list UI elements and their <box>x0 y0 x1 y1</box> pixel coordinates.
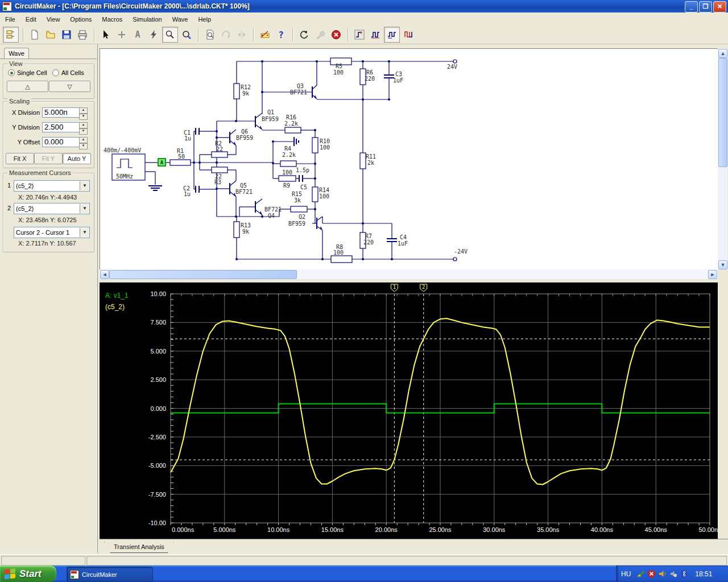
browse-parts-button[interactable] <box>3 27 19 43</box>
minimize-button[interactable]: _ <box>685 1 698 13</box>
magnifier-button[interactable] <box>179 27 194 42</box>
svg-text:2: 2 <box>422 284 425 290</box>
component-label: Q5 <box>240 182 247 189</box>
magnifier-icon <box>181 30 192 40</box>
x-division-spinner[interactable]: ▲▼ <box>79 107 88 120</box>
component-label: 9k <box>242 90 249 97</box>
radio-single-cell[interactable]: Single Cell <box>8 69 47 76</box>
radio-single-cell-icon[interactable] <box>8 69 15 76</box>
wrench-button[interactable] <box>313 27 328 42</box>
y-tick-label: 10.00 <box>150 290 166 297</box>
cursor2-select[interactable]: (c5_2) ▼ <box>14 203 90 214</box>
schematic-vertical-scrollbar[interactable]: ▲ ▼ <box>718 48 727 269</box>
edit-simulation-button[interactable] <box>258 27 272 42</box>
scroll-left-icon[interactable]: ◄ <box>100 270 109 279</box>
cursor-diff-select[interactable]: Cursor 2 - Cursor 1 ▼ <box>14 227 90 238</box>
component-label: R9 <box>283 182 290 189</box>
menu-options[interactable]: Options <box>65 14 97 24</box>
stop-icon <box>331 30 341 40</box>
new-button[interactable] <box>27 27 42 42</box>
close-button[interactable]: ✕ <box>713 1 726 13</box>
text-tool-button[interactable]: A <box>130 27 145 42</box>
svg-text:A: A <box>135 30 140 40</box>
menu-wave[interactable]: Wave <box>167 14 193 24</box>
muted-device-icon[interactable] <box>669 569 677 578</box>
save-button[interactable] <box>59 27 74 42</box>
schematic-canvas[interactable]: A400m/-400mV50MHzR150R22222R3C11uC21uR12… <box>100 48 718 270</box>
fit-x-button[interactable]: Fit X <box>6 153 34 164</box>
y-division-spinner[interactable]: ▲▼ <box>79 122 88 135</box>
scroll-down-icon[interactable]: ▼ <box>718 260 727 269</box>
wire-plus-button[interactable] <box>114 27 129 42</box>
probe-waveform-button[interactable] <box>352 27 367 42</box>
stop-button[interactable] <box>329 27 344 42</box>
chevron-down-icon[interactable]: ▼ <box>80 181 89 190</box>
rotate-button[interactable] <box>218 27 233 42</box>
toolbar-separator <box>292 28 293 41</box>
print-button[interactable] <box>75 27 90 42</box>
open-button[interactable] <box>43 27 58 42</box>
svg-text:A: A <box>160 160 164 165</box>
component-label: R10 <box>320 138 330 144</box>
zoom-probe-button[interactable] <box>162 27 178 43</box>
menu-view[interactable]: View <box>42 14 65 24</box>
graphics-tray-icon[interactable] <box>636 569 645 578</box>
volume-icon[interactable] <box>658 569 667 578</box>
mixed-wave-button[interactable] <box>401 27 416 42</box>
digital-wave-button[interactable] <box>368 27 383 42</box>
open-icon <box>46 30 56 40</box>
component-label: 220 <box>365 76 375 82</box>
print-preview-button[interactable] <box>202 27 217 42</box>
y-offset-spinner[interactable]: ▲▼ <box>79 137 88 149</box>
cursor2-index: 2 <box>7 205 11 211</box>
x-division-input[interactable] <box>42 107 80 118</box>
tab-wave[interactable]: Wave <box>4 48 29 59</box>
component-label: 220 <box>363 239 374 246</box>
fit-y-button[interactable]: Fit Y <box>34 153 63 164</box>
x-tick-label: 25.00ns <box>429 526 452 533</box>
tab-transient-analysis[interactable]: Transient Analysis <box>104 542 174 553</box>
menu-simulation[interactable]: Simulation <box>127 14 167 24</box>
auto-y-button[interactable]: Auto Y <box>63 153 91 164</box>
help-button[interactable]: ? <box>274 27 288 42</box>
y-offset-input[interactable] <box>42 137 80 147</box>
cell-up-button[interactable]: △ <box>7 81 48 92</box>
x-tick-label: 45.00ns <box>645 526 668 533</box>
menu-macros[interactable]: Macros <box>97 14 127 24</box>
start-button[interactable]: Start <box>0 566 56 582</box>
horizontal-scroll-thumb[interactable] <box>109 270 297 279</box>
security-alert-icon[interactable] <box>647 569 656 578</box>
taskbar-item-circuitmaker[interactable]: CircuitMaker <box>67 567 153 582</box>
menu-help[interactable]: Help <box>193 14 216 24</box>
radio-all-cells-icon[interactable] <box>52 69 59 76</box>
chevron-down-icon[interactable]: ▼ <box>80 228 89 237</box>
select-arrow-icon <box>101 30 111 40</box>
run-lightning-button[interactable] <box>146 27 161 42</box>
x-tick-label: 50.00ns <box>698 526 718 533</box>
select-arrow-button[interactable] <box>98 27 113 42</box>
restore-button[interactable]: ❐ <box>699 1 712 13</box>
cell-down-button[interactable]: ▽ <box>49 81 90 92</box>
menu-file[interactable]: File <box>0 14 20 24</box>
cursor1-select[interactable]: (c5_2) ▼ <box>14 180 90 192</box>
bluetooth-icon[interactable] <box>680 569 688 578</box>
reset-button[interactable] <box>297 27 312 42</box>
mirror-button[interactable] <box>234 27 249 42</box>
y-division-input[interactable] <box>42 122 80 132</box>
scroll-up-icon[interactable]: ▲ <box>718 49 727 58</box>
component-label: 50 <box>178 153 185 160</box>
component-label: 1u <box>184 135 191 142</box>
scroll-right-icon[interactable]: ► <box>708 270 717 279</box>
waveform-panel[interactable]: 1210.007.5005.0002.5000.000-2.500-5.000-… <box>100 282 718 539</box>
vertical-scroll-thumb[interactable] <box>718 58 727 167</box>
analog-wave-button[interactable] <box>384 27 400 43</box>
menu-edit[interactable]: Edit <box>20 14 42 24</box>
radio-all-cells[interactable]: All Cells <box>52 69 84 76</box>
language-indicator[interactable]: HU <box>621 570 631 578</box>
component-label: R4 <box>284 146 291 152</box>
schematic-horizontal-scrollbar[interactable]: ◄ ► <box>100 269 718 279</box>
component-label: 9k <box>242 228 249 235</box>
print-icon <box>77 30 88 40</box>
chevron-down-icon[interactable]: ▼ <box>80 204 89 213</box>
cursor2-readout: X: 23.458n Y: 6.0725 <box>18 217 77 223</box>
